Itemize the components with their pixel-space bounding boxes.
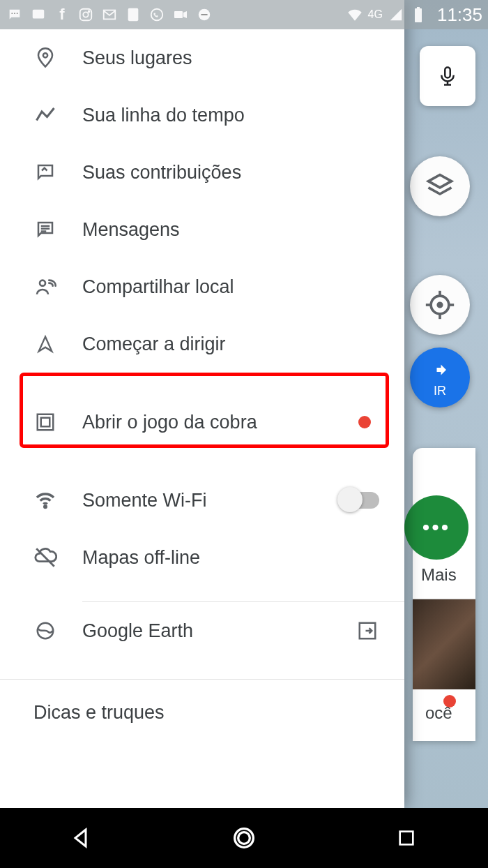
- menu-label: Sua linha do tempo: [82, 105, 385, 126]
- svg-rect-33: [201, 14, 207, 15]
- svg-rect-39: [400, 832, 413, 845]
- whatsapp-icon: [148, 6, 166, 24]
- for-you-label-fragment: ocê: [425, 703, 452, 723]
- svg-point-38: [238, 832, 250, 844]
- nav-home-button[interactable]: [223, 817, 265, 859]
- svg-rect-34: [415, 8, 422, 22]
- gmail-icon: [100, 6, 119, 24]
- messages-icon: [33, 218, 57, 241]
- navigation-arrow-icon: [33, 332, 57, 356]
- crosshair-icon: [425, 290, 455, 320]
- svg-point-26: [83, 12, 88, 17]
- cell-signal-icon: [387, 6, 405, 24]
- svg-point-14: [40, 280, 45, 286]
- menu-label: Mapas off-line: [82, 547, 385, 569]
- directions-icon: [427, 357, 452, 382]
- svg-rect-24: [33, 10, 45, 19]
- search-voice-button[interactable]: [420, 46, 475, 106]
- dnd-icon: [195, 6, 213, 24]
- menu-contributions[interactable]: Suas contribuições: [0, 144, 404, 201]
- svg-marker-31: [183, 11, 187, 18]
- more-label: Mais: [421, 565, 457, 585]
- svg-rect-0: [445, 68, 450, 78]
- directions-go-button[interactable]: IR: [410, 347, 470, 407]
- menu-label: Compartilhar local: [82, 276, 385, 298]
- wifi-signal-icon: [346, 6, 364, 24]
- menu-snake-game[interactable]: Abrir o jogo da cobra: [0, 394, 404, 451]
- svg-point-27: [89, 11, 90, 13]
- signal-4g-label: 4G: [368, 8, 383, 21]
- android-navigation-bar: [0, 808, 488, 868]
- menu-google-earth[interactable]: Google Earth: [0, 602, 404, 659]
- menu-label: Somente Wi-Fi: [82, 490, 312, 511]
- wifi-only-toggle[interactable]: [337, 487, 385, 514]
- battery-icon: [409, 6, 427, 24]
- menu-share-location[interactable]: Compartilhar local: [0, 258, 404, 315]
- svg-marker-3: [429, 175, 452, 188]
- menu-label: Google Earth: [82, 620, 332, 642]
- open-external-icon: [357, 620, 378, 641]
- svg-point-29: [151, 9, 163, 21]
- menu-label: Suas contribuições: [82, 162, 385, 184]
- menu-timeline[interactable]: Sua linha do tempo: [0, 87, 404, 144]
- go-label: IR: [434, 384, 446, 398]
- notification-chat-icon: [29, 6, 47, 24]
- menu-label: Abrir o jogo da cobra: [82, 412, 333, 433]
- earth-icon: [33, 619, 57, 643]
- contributions-icon: [33, 160, 57, 184]
- menu-start-driving[interactable]: Começar a dirigir: [0, 315, 404, 373]
- more-circle-button[interactable]: •••: [404, 495, 468, 560]
- instagram-icon: [77, 6, 95, 24]
- svg-point-21: [11, 13, 13, 14]
- svg-rect-16: [41, 418, 50, 427]
- svg-point-22: [14, 13, 15, 14]
- cloud-off-icon: [33, 546, 57, 569]
- layers-button[interactable]: [410, 156, 470, 216]
- menu-messages[interactable]: Mensagens: [0, 201, 404, 258]
- menu-label: Mensagens: [82, 219, 385, 241]
- menu-wifi-only[interactable]: Somente Wi-Fi: [0, 472, 404, 529]
- menu-label: Começar a dirigir: [82, 334, 385, 355]
- status-bar: f 4G 11:35: [0, 0, 488, 29]
- menu-your-places[interactable]: Seus lugares: [0, 29, 404, 87]
- notification-sms-icon: [6, 6, 24, 24]
- menu-label: Seus lugares: [82, 47, 385, 69]
- video-icon: [171, 6, 190, 24]
- pin-icon: [33, 46, 57, 70]
- phone-icon: [124, 6, 142, 24]
- new-feature-dot-icon: [358, 416, 371, 428]
- wifi-icon: [33, 488, 57, 512]
- mic-icon: [437, 62, 458, 90]
- svg-rect-30: [174, 11, 183, 18]
- explore-card[interactable]: ••• Mais ocê: [413, 448, 475, 741]
- svg-point-10: [43, 53, 47, 57]
- menu-offline-maps[interactable]: Mapas off-line: [0, 529, 404, 586]
- svg-point-17: [45, 506, 47, 508]
- svg-rect-15: [38, 414, 54, 431]
- share-location-icon: [33, 275, 57, 299]
- svg-marker-36: [75, 830, 86, 846]
- nav-back-button[interactable]: [61, 817, 102, 859]
- clock-time: 11:35: [437, 4, 482, 26]
- nav-recents-button[interactable]: [386, 817, 427, 859]
- svg-point-5: [438, 303, 442, 307]
- svg-point-23: [17, 13, 18, 14]
- timeline-icon: [33, 103, 57, 127]
- place-thumbnail[interactable]: [413, 599, 475, 689]
- svg-rect-35: [417, 7, 420, 8]
- layers-icon: [425, 171, 455, 202]
- locate-me-button[interactable]: [410, 275, 470, 335]
- facebook-icon: f: [53, 6, 71, 24]
- snake-game-icon: [33, 410, 57, 434]
- section-tips[interactable]: Dicas e truques: [0, 680, 404, 724]
- navigation-drawer: Seus lugares Sua linha do tempo Suas con…: [0, 0, 404, 808]
